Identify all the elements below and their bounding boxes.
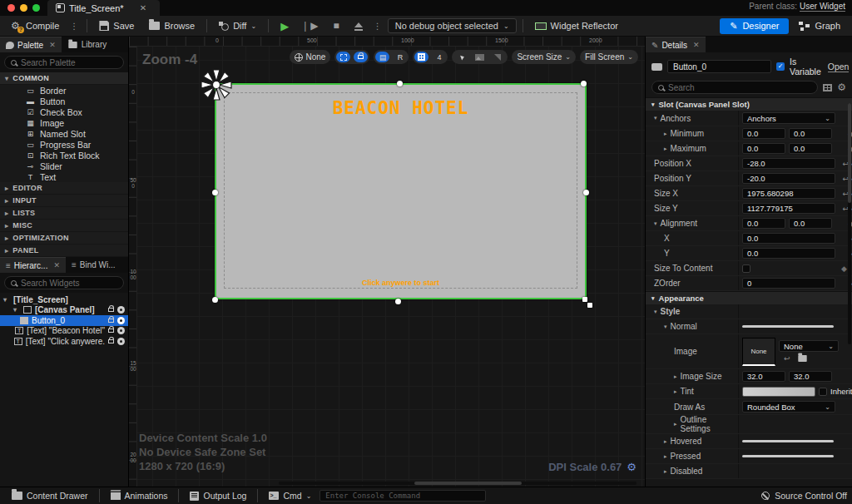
snap-grid-toggle[interactable]: [414, 52, 428, 62]
inherit-checkbox[interactable]: [819, 388, 827, 396]
palette-item-named-slot[interactable]: ⊞Named Slot: [0, 128, 128, 139]
widget-name-input[interactable]: Button_0: [667, 60, 771, 73]
visibility-icon[interactable]: [117, 306, 125, 314]
visibility-icon[interactable]: [117, 338, 125, 345]
designer-mode-button[interactable]: ✎ Designer: [720, 18, 789, 34]
mirror-preview-icon[interactable]: [490, 52, 504, 62]
lock-icon[interactable]: [108, 308, 114, 312]
details-search-input[interactable]: Search: [651, 81, 818, 94]
is-variable-checkbox[interactable]: ✓: [776, 62, 785, 71]
beacon-hotel-title-text[interactable]: BEACON HOTEL: [216, 98, 585, 118]
palette-section-lists[interactable]: ▸LISTS: [0, 207, 128, 220]
resize-handle-right[interactable]: [583, 190, 589, 195]
palette-section-misc[interactable]: ▸MISC: [0, 220, 128, 232]
lock-widgets-toggle[interactable]: [354, 52, 368, 62]
alignment-x-child-input[interactable]: 0.0: [742, 233, 835, 244]
alignment-x-input[interactable]: 0.0: [742, 218, 785, 229]
image-size-x-input[interactable]: 32.0: [742, 371, 785, 382]
tree-item-text-click-anywhere[interactable]: T [Text] "Click anywere.: [0, 336, 128, 347]
close-icon[interactable]: ✕: [49, 41, 56, 49]
dpi-settings-gear-icon[interactable]: ⚙: [627, 461, 637, 473]
bind-property-icon[interactable]: ◆: [841, 264, 847, 273]
resize-handle-bottom[interactable]: [395, 299, 401, 304]
section-slot[interactable]: ▾Slot (Canvas Panel Slot): [646, 97, 852, 111]
minimum-x-input[interactable]: 0.0: [742, 128, 785, 139]
widget-reflector-button[interactable]: Widget Reflector: [529, 19, 624, 32]
lock-icon[interactable]: [108, 329, 114, 333]
anchor-widget-icon[interactable]: [198, 67, 235, 103]
image-asset-dropdown[interactable]: None⌄: [779, 340, 839, 352]
tab-library[interactable]: Library: [62, 37, 113, 52]
tab-hierarchy[interactable]: ≡ Hierarc... ✕: [0, 257, 66, 273]
palette-item-button[interactable]: ▬Button: [0, 96, 128, 106]
search-widgets-input[interactable]: Search Widgets: [4, 276, 124, 289]
tree-item-text-beacon-hotel[interactable]: T [Text] "Beacon Hotel": [0, 326, 128, 337]
size-x-input[interactable]: 1975.680298: [742, 188, 835, 199]
size-y-input[interactable]: 1127.779175: [742, 203, 835, 214]
tab-palette[interactable]: Palette ✕: [0, 37, 62, 52]
alignment-y-child-input[interactable]: 0.0: [742, 248, 835, 259]
display-filter-icon[interactable]: [823, 84, 832, 91]
anchors-dropdown[interactable]: Anchors⌄: [742, 112, 835, 124]
tab-details[interactable]: ✎ Details ✕: [646, 37, 706, 52]
screen-size-dropdown[interactable]: Screen Size ⌄: [512, 50, 576, 64]
maximum-x-input[interactable]: 0.0: [742, 143, 785, 154]
browse-button[interactable]: Browse: [143, 19, 201, 32]
palette-item-rich-text-block[interactable]: ⊡Rich Text Block: [0, 150, 128, 161]
palette-section-editor[interactable]: ▸EDITOR: [0, 182, 128, 195]
details-scrollbar[interactable]: [848, 103, 851, 344]
lock-icon[interactable]: [108, 319, 114, 323]
frame-skip-button[interactable]: |▶: [298, 18, 324, 33]
palette-item-border[interactable]: ▭Border: [0, 85, 128, 96]
preview-background-dropdown[interactable]: None: [290, 50, 331, 64]
debug-object-dropdown[interactable]: No debug object selected ⌄: [388, 18, 517, 33]
tree-item-button-0[interactable]: Button_0: [0, 315, 128, 326]
position-x-input[interactable]: -28.0: [742, 158, 835, 169]
content-drawer-button[interactable]: Content Drawer: [5, 487, 95, 504]
viewport-horizontal-scrollbar[interactable]: [279, 482, 637, 485]
save-button[interactable]: Save: [93, 19, 140, 32]
eject-button[interactable]: [349, 23, 369, 29]
stop-button[interactable]: ■: [328, 18, 345, 33]
palette-item-text[interactable]: TText: [0, 171, 128, 182]
tree-item-canvas-panel[interactable]: ▾ [Canvas Panel]: [0, 305, 128, 316]
resize-handle-top[interactable]: [397, 81, 403, 86]
dpi-scale-control[interactable]: DPI Scale 0.67 ⚙: [548, 461, 637, 473]
image-size-y-input[interactable]: 32.0: [789, 371, 832, 382]
palette-section-input[interactable]: ▸INPUT: [0, 195, 128, 207]
search-palette-input[interactable]: Search Palette: [4, 56, 124, 69]
compile-button[interactable]: ⚙? Compile: [5, 19, 65, 33]
close-icon[interactable]: ✕: [53, 261, 60, 269]
tab-bind-widgets[interactable]: ≡ Bind Wi...: [66, 257, 121, 273]
play-options-menu[interactable]: ⋮: [372, 22, 384, 31]
resize-handle-left[interactable]: [212, 190, 218, 195]
use-selected-asset-icon[interactable]: ↩: [784, 354, 790, 363]
window-controls[interactable]: [0, 0, 47, 16]
designer-viewport[interactable]: 0 500 1000 1500 2000 0 500 1000 1500 200…: [129, 37, 645, 487]
palette-item-checkbox[interactable]: ☑Check Box: [0, 106, 128, 117]
parent-class-link[interactable]: User Widget: [800, 2, 845, 12]
dashed-outline-toggle[interactable]: [336, 52, 350, 62]
flow-direction-toggle[interactable]: R: [393, 52, 407, 62]
close-icon[interactable]: ✕: [693, 41, 700, 49]
close-icon[interactable]: ✕: [140, 3, 146, 12]
size-to-content-checkbox[interactable]: [742, 264, 750, 273]
source-control-status[interactable]: Source Control Off: [761, 491, 847, 501]
graph-mode-button[interactable]: Graph: [792, 18, 847, 33]
resize-handle-top-right[interactable]: [581, 81, 587, 86]
tint-color-swatch[interactable]: [742, 387, 815, 397]
play-button[interactable]: ▶: [275, 18, 295, 34]
visibility-icon[interactable]: [117, 327, 125, 334]
maximum-y-input[interactable]: 0.0: [789, 143, 832, 154]
details-scroll-area[interactable]: ▾Slot (Canvas Panel Slot) ▾Anchors Ancho…: [646, 97, 852, 487]
click-anywhere-text[interactable]: Click anywere to start: [216, 279, 585, 287]
asset-tab-title-screen[interactable]: Title_Screen* ✕: [47, 0, 160, 16]
lock-icon[interactable]: [108, 339, 114, 343]
image-asset-thumbnail[interactable]: None: [742, 338, 775, 366]
resize-handle-bottom-left[interactable]: [212, 297, 218, 303]
palette-item-slider[interactable]: ⊸Slider: [0, 161, 128, 171]
localization-preview-toggle[interactable]: ▤: [375, 52, 389, 62]
draw-as-dropdown[interactable]: Rounded Box⌄: [742, 401, 835, 413]
cmd-dropdown[interactable]: >_ Cmd ⌄: [262, 487, 318, 504]
position-y-input[interactable]: -20.0: [742, 173, 835, 184]
